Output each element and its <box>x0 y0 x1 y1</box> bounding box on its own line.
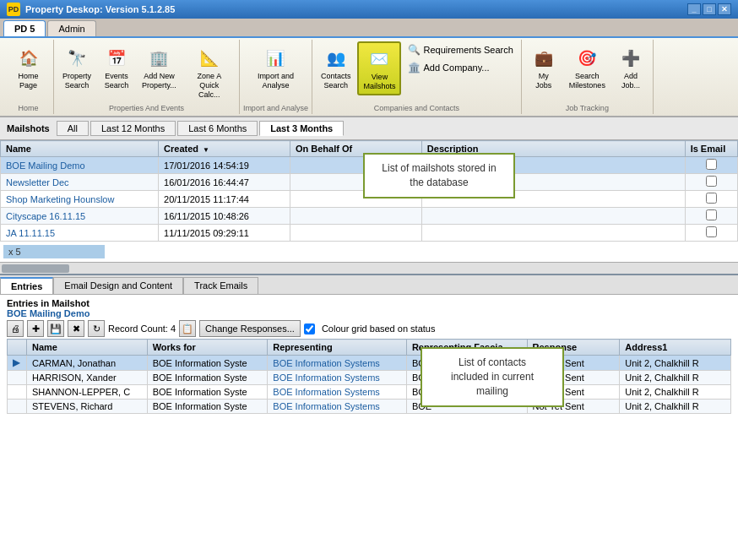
export-button[interactable]: 📋 <box>179 320 196 337</box>
home-icon: 🏠 <box>15 45 42 72</box>
entries-title: Entries in Mailshot <box>7 298 731 308</box>
col-name[interactable]: Name <box>1 141 159 157</box>
mailshots-table-section: Name Created ▼ On Behalf Of Description … <box>0 140 738 274</box>
colour-grid-checkbox[interactable] <box>304 323 315 334</box>
change-responses-label: Change Responses... <box>205 323 295 334</box>
col-indicator <box>8 340 27 356</box>
tab-email-design[interactable]: Email Design and Content <box>53 277 183 294</box>
maximize-button[interactable]: □ <box>703 3 716 15</box>
filter-tab-12months[interactable]: Last 12 Months <box>90 121 176 136</box>
col-representing[interactable]: Representing <box>268 340 407 356</box>
add-job-label: AddJob... <box>621 72 640 90</box>
bottom-panel: Entries Email Design and Content Track E… <box>0 274 738 560</box>
filter-tab-all[interactable]: All <box>57 121 89 136</box>
x5-label: x 5 <box>3 245 105 258</box>
col-isemail[interactable]: Is Email <box>685 141 737 157</box>
cell-indicator <box>8 371 27 385</box>
view-mailshots-button[interactable]: ✉️ ViewMailshots <box>357 41 401 95</box>
entries-row[interactable]: ▶ CARMAN, Jonathan BOE Information Syste… <box>8 356 731 371</box>
home-label: HomePage <box>18 72 38 90</box>
entries-table-section: Name Works for Representing Representing… <box>7 339 731 414</box>
requirements-search-button[interactable]: 🔍 Requirements Search <box>403 41 517 58</box>
view-mailshots-label: ViewMailshots <box>363 73 395 91</box>
ribbon-group-home-items: 🏠 HomePage <box>10 41 47 102</box>
tab-pd5[interactable]: PD 5 <box>3 20 46 36</box>
property-search-icon: 🔭 <box>63 45 90 72</box>
col-address1[interactable]: Address1 <box>620 340 731 356</box>
mailshots-row[interactable]: JA 11.11.15 11/11/2015 09:29:11 <box>1 225 738 242</box>
add-button[interactable]: ✚ <box>27 320 44 337</box>
home-button[interactable]: 🏠 HomePage <box>10 41 47 94</box>
refresh-button[interactable]: ↻ <box>88 320 105 337</box>
ribbon-group-home-label: Home <box>18 104 38 112</box>
cell-name: Shop Marketing Hounslow <box>1 191 159 208</box>
cell-entry-name: SHANNON-LEPPER, C <box>27 385 148 400</box>
property-search-label: PropertySearch <box>62 72 91 90</box>
cell-created: 11/11/2015 09:29:11 <box>159 225 290 242</box>
app-tab-bar: PD 5 Admin <box>0 19 738 38</box>
cell-name: Newsletter Dec <box>1 174 159 191</box>
add-company-button[interactable]: 🏛️ Add Company... <box>403 59 517 76</box>
title-bar: PD Property Deskop: Version 5.1.2.85 _ □… <box>0 0 738 19</box>
cell-works-for: BOE Information Syste <box>147 385 268 400</box>
isemail-checkbox[interactable] <box>706 209 717 220</box>
isemail-checkbox[interactable] <box>706 226 717 237</box>
ribbon-group-import-label: Import and Analyse <box>243 104 308 112</box>
mailshots-scrollbar-thumb[interactable] <box>2 264 69 273</box>
contacts-tooltip: List of contactsincluded in currentmaili… <box>421 347 564 406</box>
cell-created: 20/11/2015 11:17:44 <box>159 191 290 208</box>
events-search-button[interactable]: 📅 EventsSearch <box>98 41 135 94</box>
delete-button[interactable]: ✖ <box>68 320 84 337</box>
requirements-search-icon: 🔍 <box>407 43 421 57</box>
entries-row[interactable]: STEVENS, Richard BOE Information Syste B… <box>8 400 731 414</box>
cell-address1: Unit 2, Chalkhill R <box>620 371 731 385</box>
change-responses-button[interactable]: Change Responses... <box>199 320 301 337</box>
cell-onbehalfof <box>290 208 421 225</box>
mailshots-scrollbar[interactable] <box>0 262 738 274</box>
cell-address1: Unit 2, Chalkhill R <box>620 400 731 414</box>
filter-tab-6months[interactable]: Last 6 Months <box>177 121 258 136</box>
cell-isemail <box>685 157 737 174</box>
property-search-button[interactable]: 🔭 PropertySearch <box>57 41 96 94</box>
app-icon: PD <box>7 3 20 16</box>
my-jobs-button[interactable]: 💼 MyJobs <box>525 41 562 94</box>
isemail-checkbox[interactable] <box>706 176 717 187</box>
cell-name: JA 11.11.15 <box>1 225 159 242</box>
contacts-search-button[interactable]: 👥 ContactsSearch <box>316 41 356 94</box>
my-jobs-icon: 💼 <box>530 45 557 72</box>
add-property-icon: 🏢 <box>145 45 172 72</box>
print-button[interactable]: 🖨 <box>7 320 24 337</box>
add-company-label: Add Company... <box>423 63 489 73</box>
cell-indicator <box>8 385 27 400</box>
mailshots-row[interactable]: Cityscape 16.11.15 16/11/2015 10:48:26 <box>1 208 738 225</box>
import-analyse-icon: 📊 <box>262 45 289 72</box>
entries-row[interactable]: HARRISON, Xander BOE Information Syste B… <box>8 371 731 385</box>
cell-created: 16/01/2016 16:44:47 <box>159 174 290 191</box>
add-job-icon: ➕ <box>617 45 644 72</box>
tab-entries[interactable]: Entries <box>0 277 53 294</box>
zone-a-icon: 📐 <box>196 45 223 72</box>
col-entry-name[interactable]: Name <box>27 340 148 356</box>
col-works-for[interactable]: Works for <box>147 340 268 356</box>
add-new-property-button[interactable]: 🏢 Add NewProperty... <box>137 41 182 94</box>
import-analyse-button[interactable]: 📊 Import andAnalyse <box>252 41 299 94</box>
col-created[interactable]: Created ▼ <box>159 141 290 157</box>
minimize-button[interactable]: _ <box>687 3 701 15</box>
cell-isemail <box>685 191 737 208</box>
zone-a-button[interactable]: 📐 Zone AQuick Calc... <box>183 41 236 102</box>
contacts-search-label: ContactsSearch <box>321 72 351 90</box>
isemail-checkbox[interactable] <box>706 193 717 204</box>
filter-tab-3months[interactable]: Last 3 Months <box>259 121 344 136</box>
save-button[interactable]: 💾 <box>47 320 64 337</box>
cell-name: BOE Mailing Demo <box>1 157 159 174</box>
tab-track-emails[interactable]: Track Emails <box>183 277 258 294</box>
cell-works-for: BOE Information Syste <box>147 356 268 371</box>
cell-description <box>421 208 685 225</box>
cell-name: Cityscape 16.11.15 <box>1 208 159 225</box>
tab-admin[interactable]: Admin <box>47 20 95 36</box>
add-job-button[interactable]: ➕ AddJob... <box>612 41 649 94</box>
isemail-checkbox[interactable] <box>706 159 717 170</box>
search-milestones-button[interactable]: 🎯 SearchMilestones <box>564 41 610 94</box>
close-button[interactable]: ✕ <box>718 3 731 15</box>
entries-row[interactable]: SHANNON-LEPPER, C BOE Information Syste … <box>8 385 731 400</box>
